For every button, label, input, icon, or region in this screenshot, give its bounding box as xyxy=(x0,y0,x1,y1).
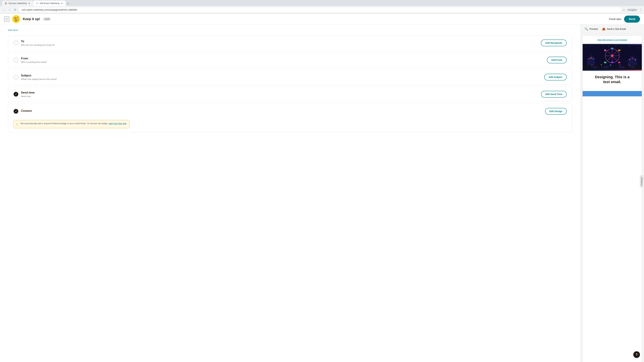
svg-point-26 xyxy=(603,66,609,68)
send-time-section: ✓ Send time Send now Edit Send Time xyxy=(8,87,572,102)
night-scene-svg xyxy=(582,44,642,71)
new-tab-button[interactable]: + xyxy=(66,1,70,6)
preview-toolbar: 🔍 Preview 📤 Send a Test Email xyxy=(580,24,644,34)
svg-rect-20 xyxy=(618,62,620,63)
main-layout: Edit name ✓ To Who are you sending this … xyxy=(0,24,644,362)
add-from-button[interactable]: Add From xyxy=(547,57,567,63)
add-recipients-button[interactable]: Add Recipients xyxy=(541,39,567,46)
from-section: ✓ From Who is sending this email? Add Fr… xyxy=(8,52,572,67)
svg-point-42 xyxy=(632,58,633,59)
send-test-icon: 📤 xyxy=(602,27,606,31)
address-bar[interactable] xyxy=(19,7,621,12)
from-check-icon: ✓ xyxy=(14,58,18,62)
svg-rect-18 xyxy=(611,48,613,49)
content-check-icon: ✓ xyxy=(14,109,18,114)
to-section-info: To Who are you sending this email to? xyxy=(21,40,538,46)
back-button[interactable]: ← xyxy=(4,16,10,22)
content-section-title: Content xyxy=(21,109,542,113)
content-section-header: ✓ Content Edit Design xyxy=(14,108,567,115)
browser-tab-success[interactable]: 🐒 Success | Mailchimp ✕ xyxy=(2,1,33,6)
start-free-trial-link[interactable]: start your free trial xyxy=(109,122,126,125)
to-section-title: To xyxy=(21,40,538,43)
back-icon: ← xyxy=(5,17,8,21)
content-warning: ⚠ We automatically add a required Referr… xyxy=(14,120,130,128)
browser-toolbar: ← → ↻ ☆ Incognito ⋮ xyxy=(0,6,644,13)
send-test-email-button[interactable]: 📤 Send a Test Email xyxy=(602,27,626,31)
email-body: Designing. This is a test email. xyxy=(582,71,642,91)
nav-buttons: ← → ↻ xyxy=(2,7,18,12)
mailchimp-logo: 🐒 xyxy=(12,15,20,23)
from-btn-area: Add From xyxy=(547,57,567,63)
to-section: ✓ To Who are you sending this email to? … xyxy=(8,35,572,50)
search-icon: 🔍 xyxy=(584,27,588,31)
svg-point-28 xyxy=(630,65,635,68)
tab-close-2[interactable]: ✕ xyxy=(61,2,63,5)
to-btn-area: Add Recipients xyxy=(541,39,567,46)
tab-favicon-1: 🐒 xyxy=(5,2,7,4)
svg-point-40 xyxy=(593,58,594,59)
mailchimp-icon: 🐒 xyxy=(12,15,20,23)
preview-button[interactable]: 🔍 Preview xyxy=(584,27,598,31)
svg-point-1 xyxy=(586,47,586,47)
email-blue-bar xyxy=(582,91,642,96)
to-section-desc: Who are you sending this email to? xyxy=(21,44,538,46)
send-button[interactable]: Send xyxy=(624,15,640,23)
feedback-tab[interactable]: Feedback xyxy=(640,175,644,187)
send-time-section-title: Send time xyxy=(21,91,538,94)
subject-btn-area: Add Subject xyxy=(544,74,567,80)
bookmark-icon[interactable]: ☆ xyxy=(623,8,625,11)
view-in-browser-link[interactable]: View this email in your browser xyxy=(582,36,642,44)
svg-point-39 xyxy=(591,58,592,59)
content-warning-text: We automatically add a required Referral… xyxy=(20,122,128,126)
email-headline: Designing. This is a test email. xyxy=(587,75,638,84)
edit-send-time-button[interactable]: Edit Send Time xyxy=(541,91,567,97)
svg-point-43 xyxy=(635,59,636,60)
svg-rect-21 xyxy=(604,62,606,63)
tab-favicon-2: 📧 xyxy=(36,2,38,4)
svg-rect-19 xyxy=(618,50,620,51)
content-section-info: Content xyxy=(21,109,542,113)
profile-icon[interactable]: Incognito xyxy=(626,8,638,12)
svg-point-32 xyxy=(620,64,620,65)
send-time-btn-area: Edit Send Time xyxy=(541,91,567,97)
browser-toolbar-right: ☆ Incognito ⋮ xyxy=(623,8,642,12)
browser-tab-edit-email[interactable]: 📧 Edit Email | Mailchimp ✕ xyxy=(33,1,66,6)
svg-point-25 xyxy=(593,66,598,69)
forward-nav-button[interactable]: → xyxy=(8,7,12,12)
add-subject-button[interactable]: Add Subject xyxy=(544,74,567,80)
subject-section-info: Subject What's the subject line for this… xyxy=(21,74,542,80)
browser-tabs-bar: 🐒 Success | Mailchimp ✕ 📧 Edit Email | M… xyxy=(0,0,644,6)
right-panel: 🔍 Preview 📤 Send a Test Email View this … xyxy=(580,24,644,362)
back-nav-button[interactable]: ← xyxy=(2,7,7,12)
svg-point-10 xyxy=(638,48,639,48)
tab-close-1[interactable]: ✕ xyxy=(28,2,30,5)
finish-later-button[interactable]: Finish later xyxy=(609,17,621,20)
tab-title-2: Edit Email | Mailchimp xyxy=(40,2,60,4)
email-preview-container[interactable]: View this email in your browser xyxy=(582,36,642,362)
help-button[interactable]: ? xyxy=(633,351,640,358)
send-time-section-desc: Send now xyxy=(21,95,538,97)
draft-badge: Draft xyxy=(43,17,51,21)
content-section: ✓ Content Edit Design ⚠ We automatically… xyxy=(8,104,572,132)
subject-check-icon: ✓ xyxy=(14,75,18,79)
svg-point-5 xyxy=(609,46,609,47)
app-header: ← 🐒 Keep it up! Draft Finish later Send xyxy=(0,14,644,24)
campaign-title: Keep it up! xyxy=(23,17,40,21)
svg-point-3 xyxy=(596,48,597,48)
svg-point-41 xyxy=(629,59,630,60)
send-time-check-icon: ✓ xyxy=(14,92,18,96)
to-check-icon: ✓ xyxy=(14,40,18,45)
left-panel: Edit name ✓ To Who are you sending this … xyxy=(0,24,580,362)
edit-name-link[interactable]: Edit name xyxy=(8,29,18,31)
svg-point-6 xyxy=(615,46,616,46)
svg-point-2 xyxy=(590,46,590,46)
svg-rect-34 xyxy=(587,59,595,65)
header-right: Finish later Send xyxy=(609,15,640,23)
edit-design-button[interactable]: Edit Design xyxy=(545,108,567,115)
svg-point-31 xyxy=(610,64,611,66)
svg-point-30 xyxy=(601,64,602,65)
content-btn-area: Edit Design xyxy=(545,108,567,115)
reload-button[interactable]: ↻ xyxy=(13,7,18,12)
svg-point-7 xyxy=(621,47,622,48)
more-options-icon[interactable]: ⋮ xyxy=(639,8,642,11)
